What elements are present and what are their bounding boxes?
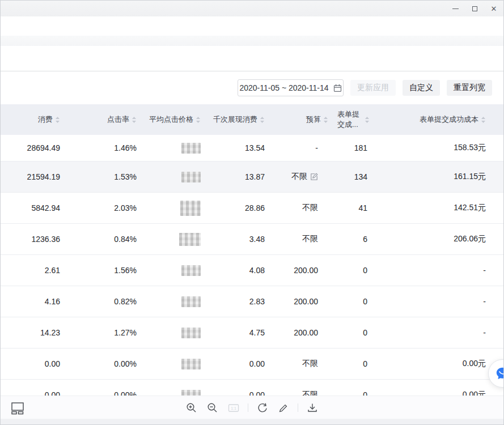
download-button[interactable] xyxy=(306,401,319,415)
cell-ctr: 1.53% xyxy=(60,172,137,181)
column-header-0[interactable]: 消费 xyxy=(1,114,60,125)
table-row[interactable]: 0.00 0.00% 0.00 不限 0 0.00元 xyxy=(1,348,503,380)
cell-consume: 1236.36 xyxy=(1,235,60,244)
toolbar-divider xyxy=(248,403,248,412)
budget-value: - xyxy=(315,143,318,152)
budget-value: 200.00 xyxy=(294,266,318,275)
column-header-4[interactable]: 预算 xyxy=(265,114,328,125)
date-range-value: 2020-11-05 ~ 2020-11-14 xyxy=(239,83,328,92)
column-label: 点击率 xyxy=(107,114,129,125)
cell-cost: 142.51元 xyxy=(370,203,486,213)
cell-cpm: 0.00 xyxy=(201,390,265,396)
edit-button[interactable] xyxy=(277,401,290,415)
column-label: 表单提交成功成本 xyxy=(420,114,478,125)
cell-cpc-redacted xyxy=(180,201,201,216)
footer-toolbar: 1:1 xyxy=(1,396,503,419)
date-range-picker[interactable]: 2020-11-05 ~ 2020-11-14 xyxy=(238,79,344,96)
maximize-button[interactable] xyxy=(465,1,484,16)
cell-ctr: 0.00% xyxy=(60,359,137,368)
cell-budget: 200.00 xyxy=(265,266,328,275)
one-to-one-icon: 1:1 xyxy=(228,402,239,414)
cell-cpc-redacted xyxy=(181,390,201,396)
app-window: ✕ 2020-11-05 ~ 2020-11-14 更新应用 自定义 重置列宽 … xyxy=(0,0,504,425)
maximize-icon xyxy=(472,6,477,11)
cell-budget: 200.00 xyxy=(265,297,328,306)
sort-icon xyxy=(132,116,137,124)
cell-cpc-redacted xyxy=(181,359,201,369)
table-controls: 2020-11-05 ~ 2020-11-14 更新应用 自定义 重置列宽 xyxy=(1,71,503,104)
budget-value: 200.00 xyxy=(294,328,318,337)
table-row[interactable]: 28694.49 1.46% 13.54 - 181 158.53元 xyxy=(1,135,503,162)
column-header-2[interactable]: 平均点击价格 xyxy=(137,114,201,125)
column-label: 预算 xyxy=(306,114,321,125)
table-row[interactable]: 21594.19 1.53% 13.87 不限 134 161.15元 xyxy=(1,162,503,193)
table-row[interactable]: 0.00 0.00% 0.00 不限 0 0.00元 xyxy=(1,380,503,396)
cell-cost: 0.00元 xyxy=(370,390,486,396)
cell-forms: 0 xyxy=(328,328,370,337)
bottom-strip xyxy=(1,419,503,425)
cell-cpc-redacted xyxy=(181,296,201,307)
table-row[interactable]: 2.61 1.56% 4.08 200.00 0 - xyxy=(1,255,503,286)
table-row[interactable]: 14.23 1.27% 4.75 200.00 0 - xyxy=(1,317,503,348)
budget-edit-icon[interactable] xyxy=(310,173,318,181)
title-bar: ✕ xyxy=(1,1,503,16)
sort-icon xyxy=(365,116,370,124)
cell-ctr: 1.56% xyxy=(60,266,137,275)
column-label: 消费 xyxy=(38,114,53,125)
reset-column-width-button[interactable]: 重置列宽 xyxy=(447,80,492,96)
refresh-button[interactable] xyxy=(256,401,269,415)
cell-budget: 不限 xyxy=(265,390,328,396)
column-header-1[interactable]: 点击率 xyxy=(60,114,137,125)
sort-icon xyxy=(196,116,201,124)
cell-budget: 不限 xyxy=(265,359,328,369)
table-row[interactable]: 4.16 0.82% 2.83 200.00 0 - xyxy=(1,286,503,317)
download-icon xyxy=(307,402,318,414)
cell-forms: 41 xyxy=(328,203,370,212)
table-tools: 1:1 xyxy=(1,396,503,419)
zoom-in-button[interactable] xyxy=(185,401,198,415)
cell-cost: 206.06元 xyxy=(370,234,486,244)
sort-icon xyxy=(481,116,486,124)
cell-cost: - xyxy=(370,297,486,306)
cell-forms: 181 xyxy=(328,143,370,152)
close-icon: ✕ xyxy=(491,5,497,13)
calendar-icon xyxy=(333,84,342,92)
sort-icon xyxy=(323,116,328,124)
cell-consume: 0.00 xyxy=(1,390,60,396)
table-row[interactable]: 5842.94 2.03% 28.86 不限 41 142.51元 xyxy=(1,193,503,224)
cell-budget: 不限 xyxy=(265,234,328,244)
svg-text:1:1: 1:1 xyxy=(231,406,236,410)
customize-button[interactable]: 自定义 xyxy=(403,80,440,96)
toolbar-divider xyxy=(298,403,298,412)
cell-cost: 158.53元 xyxy=(370,143,486,153)
edit-pencil-icon xyxy=(278,402,289,414)
cell-ctr: 0.00% xyxy=(60,390,137,396)
cell-cost: - xyxy=(370,328,486,337)
cell-consume: 4.16 xyxy=(1,297,60,306)
zoom-out-button[interactable] xyxy=(206,401,219,415)
cell-consume: 14.23 xyxy=(1,328,60,337)
budget-value: 不限 xyxy=(302,203,318,213)
table-header: 消费 点击率 平均点击价格 千次展现消费 预算 表单提交成... xyxy=(1,104,503,135)
zoom-out-icon xyxy=(207,402,218,414)
one-to-one-button[interactable]: 1:1 xyxy=(227,401,240,415)
table-row[interactable]: 1236.36 0.84% 3.48 不限 6 206.06元 xyxy=(1,224,503,255)
cell-forms: 0 xyxy=(328,359,370,368)
column-header-6[interactable]: 表单提交成功成本 xyxy=(370,114,486,125)
cell-cpm: 3.48 xyxy=(201,235,265,244)
column-header-3[interactable]: 千次展现消费 xyxy=(201,114,265,125)
column-header-5[interactable]: 表单提交成... xyxy=(328,109,370,129)
cell-consume: 2.61 xyxy=(1,266,60,275)
cell-ctr: 0.84% xyxy=(60,235,137,244)
sort-icon xyxy=(55,116,60,124)
column-label: 表单提交成... xyxy=(337,109,362,129)
close-button[interactable]: ✕ xyxy=(484,1,503,16)
cell-consume: 0.00 xyxy=(1,359,60,368)
cell-consume: 5842.94 xyxy=(1,203,60,212)
cell-forms: 6 xyxy=(328,235,370,244)
cell-cost: 161.15元 xyxy=(370,172,486,182)
column-label: 千次展现消费 xyxy=(213,114,257,125)
budget-value: 不限 xyxy=(302,359,318,369)
minimize-button[interactable] xyxy=(446,1,465,16)
update-app-button[interactable]: 更新应用 xyxy=(350,80,396,96)
